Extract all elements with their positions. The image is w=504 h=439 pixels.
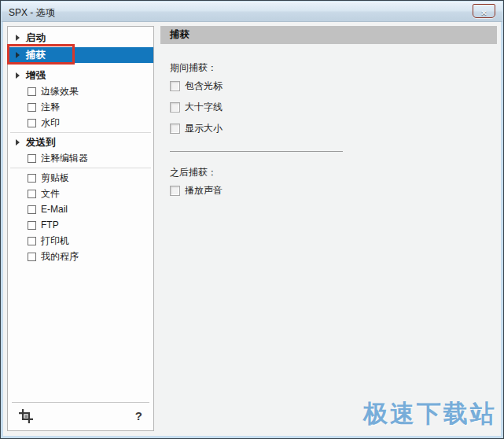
sidebar-item-clipboard[interactable]: 剪贴板 <box>8 170 153 186</box>
tree-separator <box>10 132 151 133</box>
sidebar-checkbox-my-programs[interactable] <box>28 253 36 261</box>
checkbox-row-show-size[interactable]: 显示大小 <box>170 123 487 135</box>
sidebar-item-label: 捕获 <box>26 49 46 62</box>
sidebar-item-label: 发送到 <box>26 136 56 149</box>
checkbox-label: 播放声音 <box>185 184 223 197</box>
sidebar-checkbox-ftp[interactable] <box>28 221 36 230</box>
sidebar-checkbox-email[interactable] <box>28 205 36 214</box>
sidebar-checkbox-edge-effects[interactable] <box>28 87 36 96</box>
sidebar-item-send-to[interactable]: 发送到 <box>8 135 153 150</box>
checkbox-label: 大十字线 <box>185 101 223 114</box>
sidebar-item-label: FTP <box>41 220 59 231</box>
sidebar-item-email[interactable]: E-Mail <box>8 201 153 217</box>
watermark-text: 极速下载站 <box>363 397 497 430</box>
sidebar-item-start[interactable]: 启动 <box>8 30 153 46</box>
checkbox-row-play-sound[interactable]: 播放声音 <box>170 185 487 197</box>
sidebar-item-label: 注释编辑器 <box>41 152 88 165</box>
panel-header: 捕获 <box>160 26 497 44</box>
sidebar-footer: ? <box>12 402 149 429</box>
checkbox-label: 显示大小 <box>185 122 223 135</box>
sidebar-item-label: 边缘效果 <box>41 85 79 98</box>
titlebar[interactable]: SPX - 选项 ✕ <box>2 2 502 22</box>
options-tree: 启动捕获增强边缘效果注释水印发送到注释编辑器剪贴板文件E-MailFTP打印机我… <box>8 27 153 264</box>
sidebar-item-label: 文件 <box>41 187 60 201</box>
sidebar-item-annotation-editor[interactable]: 注释编辑器 <box>8 150 153 166</box>
expander-arrow-icon <box>16 139 20 146</box>
sidebar-item-label: 增强 <box>26 69 46 83</box>
tree-separator <box>10 168 151 168</box>
sidebar-item-label: 打印机 <box>41 234 69 248</box>
main-panel: 期间捕获：包含光标大十字线显示大小之后捕获：播放声音 <box>160 44 497 197</box>
section-title: 期间捕获： <box>170 61 487 72</box>
checkbox-row-large-crosshair[interactable]: 大十字线 <box>170 101 487 113</box>
sidebar-item-ftp[interactable]: FTP <box>8 217 153 233</box>
checkbox-play-sound[interactable] <box>170 186 180 196</box>
close-icon: ✕ <box>480 9 487 17</box>
sidebar-item-edge-effects[interactable]: 边缘效果 <box>8 83 153 99</box>
options-window: SPX - 选项 ✕ 启动捕获增强边缘效果注释水印发送到注释编辑器剪贴板文件E-… <box>0 0 504 439</box>
checkbox-show-size[interactable] <box>170 124 180 134</box>
sidebar-checkbox-annotation-editor[interactable] <box>28 154 36 163</box>
expander-arrow-icon <box>16 72 20 79</box>
sidebar-item-printer[interactable]: 打印机 <box>8 233 153 249</box>
checkbox-row-include-cursor[interactable]: 包含光标 <box>170 80 487 92</box>
sidebar-checkbox-watermark[interactable] <box>28 119 36 127</box>
section-title: 之后捕获： <box>170 166 487 177</box>
section-separator <box>170 151 343 152</box>
sidebar-item-annotate[interactable]: 注释 <box>8 99 153 115</box>
checkbox-large-crosshair[interactable] <box>170 102 180 113</box>
sidebar-item-label: 剪贴板 <box>41 172 69 185</box>
sidebar-item-label: 水印 <box>41 116 60 130</box>
expander-arrow-icon <box>16 35 20 41</box>
sidebar-checkbox-file[interactable] <box>28 190 36 198</box>
checkbox-include-cursor[interactable] <box>170 81 180 91</box>
checkbox-label: 包含光标 <box>185 79 223 93</box>
window-title: SPX - 选项 <box>9 6 55 20</box>
sidebar-checkbox-annotate[interactable] <box>28 103 36 112</box>
sidebar-checkbox-printer[interactable] <box>28 237 36 245</box>
crop-icon[interactable] <box>19 409 33 423</box>
sidebar-item-my-programs[interactable]: 我的程序 <box>8 249 153 264</box>
sidebar-checkbox-clipboard[interactable] <box>28 174 36 183</box>
sidebar-item-watermark[interactable]: 水印 <box>8 115 153 131</box>
help-button[interactable]: ? <box>135 409 142 422</box>
sidebar-item-capture[interactable]: 捕获 <box>8 47 153 63</box>
expander-arrow-icon <box>16 52 20 58</box>
sidebar-item-label: 我的程序 <box>41 250 79 264</box>
sidebar-item-file[interactable]: 文件 <box>8 186 153 201</box>
sidebar-item-enhance[interactable]: 增强 <box>8 68 153 83</box>
sidebar-item-label: 注释 <box>41 101 60 114</box>
sidebar-item-label: 启动 <box>26 31 46 45</box>
sidebar-item-label: E-Mail <box>41 204 68 215</box>
sidebar: 启动捕获增强边缘效果注释水印发送到注释编辑器剪贴板文件E-MailFTP打印机我… <box>7 26 154 431</box>
close-button[interactable]: ✕ <box>473 4 495 18</box>
